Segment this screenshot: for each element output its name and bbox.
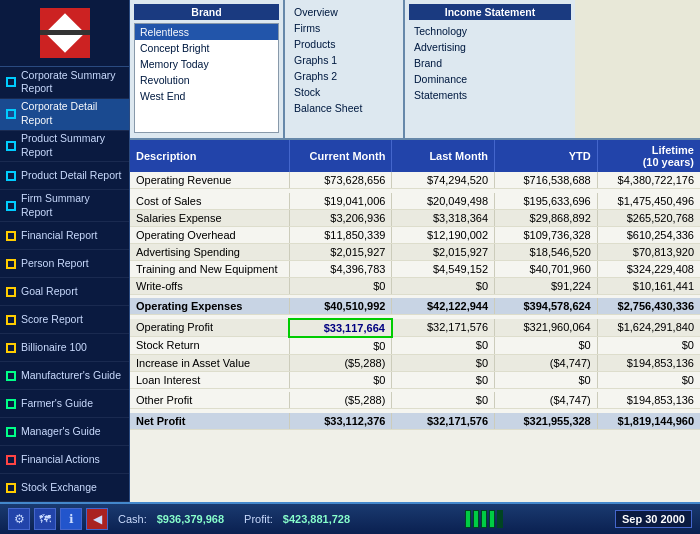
income-item-brand[interactable]: Brand xyxy=(409,55,571,71)
table-row: Other Profit($5,288)$0($4,747)$194,853,1… xyxy=(130,392,700,409)
sidebar-item-financial-report[interactable]: Financial Report xyxy=(0,222,129,250)
brands-panel: Brand Relentless Concept Bright Memory T… xyxy=(130,0,285,138)
info-icon[interactable]: ℹ xyxy=(60,508,82,530)
brand-item-concept-bright[interactable]: Concept Bright xyxy=(135,40,278,56)
brand-item-memory-today[interactable]: Memory Today xyxy=(135,56,278,72)
table-row: Advertising Spending$2,015,927$2,015,927… xyxy=(130,243,700,260)
company-logo-area xyxy=(0,0,129,67)
cell-description: Advertising Spending xyxy=(130,243,289,260)
nav-item-stock[interactable]: Stock xyxy=(289,84,399,100)
cell-last-month: $0 xyxy=(392,354,495,371)
cell-ytd: $18,546,520 xyxy=(495,243,598,260)
sidebar-item-product-summary[interactable]: Product Summary Report xyxy=(0,131,129,163)
table-header-row: Description Current Month Last Month YTD… xyxy=(130,140,700,172)
sidebar-item-stock-exchange[interactable]: Stock Exchange xyxy=(0,474,129,502)
cell-current-month: $3,206,936 xyxy=(289,209,392,226)
cell-lifetime: $324,229,408 xyxy=(597,260,700,277)
cell-description: Net Profit xyxy=(130,413,289,430)
table-row: Stock Return$0$0$0$0 xyxy=(130,337,700,355)
bar-4 xyxy=(489,510,495,528)
brand-item-relentless[interactable]: Relentless xyxy=(135,24,278,40)
cell-last-month: $0 xyxy=(392,277,495,294)
map-icon[interactable]: 🗺 xyxy=(34,508,56,530)
sidebar-item-farmers-guide[interactable]: Farmer's Guide xyxy=(0,390,129,418)
income-item-advertising[interactable]: Advertising xyxy=(409,39,571,55)
sidebar-item-product-detail[interactable]: Product Detail Report xyxy=(0,162,129,190)
main-area: Corporate Summary Report Corporate Detai… xyxy=(0,0,700,502)
nav-item-firms[interactable]: Firms xyxy=(289,20,399,36)
profit-label: Profit: xyxy=(244,513,273,525)
sidebar-item-financial-actions[interactable]: Financial Actions xyxy=(0,446,129,474)
bar-2 xyxy=(473,510,479,528)
nav-item-products[interactable]: Products xyxy=(289,36,399,52)
sidebar-item-person-report[interactable]: Person Report xyxy=(0,250,129,278)
income-item-technology[interactable]: Technology xyxy=(409,23,571,39)
cell-last-month: $4,549,152 xyxy=(392,260,495,277)
sidebar-item-score-report[interactable]: Score Report xyxy=(0,306,129,334)
income-item-statements[interactable]: Statements xyxy=(409,87,571,103)
table-row: Increase in Asset Value($5,288)$0($4,747… xyxy=(130,354,700,371)
cell-description: Operating Profit xyxy=(130,319,289,337)
brand-item-revolution[interactable]: Revolution xyxy=(135,72,278,88)
cell-ytd: ($4,747) xyxy=(495,354,598,371)
bar-1 xyxy=(465,510,471,528)
cell-current-month: $11,850,339 xyxy=(289,226,392,243)
cell-lifetime: $4,380,722,176 xyxy=(597,172,700,189)
back-icon[interactable]: ◀ xyxy=(86,508,108,530)
cell-description: Increase in Asset Value xyxy=(130,354,289,371)
cell-current-month: $19,041,006 xyxy=(289,193,392,210)
nav-item-balance-sheet[interactable]: Balance Sheet xyxy=(289,100,399,116)
cell-current-month: $0 xyxy=(289,277,392,294)
cell-lifetime: $0 xyxy=(597,337,700,355)
settings-icon[interactable]: ⚙ xyxy=(8,508,30,530)
bar-5 xyxy=(497,510,503,528)
sidebar-item-firm-summary[interactable]: Firm Summary Report xyxy=(0,190,129,222)
brand-item-west-end[interactable]: West End xyxy=(135,88,278,104)
brands-list[interactable]: Relentless Concept Bright Memory Today R… xyxy=(134,23,279,133)
sidebar-item-manufacturers-guide[interactable]: Manufacturer's Guide xyxy=(0,362,129,390)
cell-current-month: $33,112,376 xyxy=(289,413,392,430)
cell-lifetime: $1,819,144,960 xyxy=(597,413,700,430)
nav-item-graphs1[interactable]: Graphs 1 xyxy=(289,52,399,68)
table-row: Loan Interest$0$0$0$0 xyxy=(130,371,700,388)
date-display: Sep 30 2000 xyxy=(615,510,692,528)
sidebar-item-managers-guide[interactable]: Manager's Guide xyxy=(0,418,129,446)
sidebar-item-corporate-summary[interactable]: Corporate Summary Report xyxy=(0,67,129,99)
sidebar: Corporate Summary Report Corporate Detai… xyxy=(0,0,130,502)
table-row: Cost of Sales$19,041,006$20,049,498$195,… xyxy=(130,193,700,210)
status-bar: ⚙ 🗺 ℹ ◀ Cash: $936,379,968 Profit: $423,… xyxy=(0,502,700,534)
income-item-dominance[interactable]: Dominance xyxy=(409,71,571,87)
cell-ytd: $394,578,624 xyxy=(495,298,598,315)
cell-last-month: $20,049,498 xyxy=(392,193,495,210)
bullet-firm-summary xyxy=(6,201,16,211)
sidebar-item-billionaire-100[interactable]: Billionaire 100 xyxy=(0,334,129,362)
nav-item-overview[interactable]: Overview xyxy=(289,4,399,20)
top-panels: Brand Relentless Concept Bright Memory T… xyxy=(130,0,700,140)
bullet-financial-actions xyxy=(6,455,16,465)
cell-lifetime: $2,756,430,336 xyxy=(597,298,700,315)
cell-last-month: $32,171,576 xyxy=(392,319,495,337)
sidebar-item-goal-report[interactable]: Goal Report xyxy=(0,278,129,306)
content-area: Brand Relentless Concept Bright Memory T… xyxy=(130,0,700,502)
cell-last-month: $0 xyxy=(392,392,495,409)
bullet-goal-report xyxy=(6,287,16,297)
bullet-farmers xyxy=(6,399,16,409)
app-container: Corporate Summary Report Corporate Detai… xyxy=(0,0,700,534)
cell-description: Write-offs xyxy=(130,277,289,294)
cash-label: Cash: xyxy=(118,513,147,525)
cell-current-month: $4,396,783 xyxy=(289,260,392,277)
nav-item-graphs2[interactable]: Graphs 2 xyxy=(289,68,399,84)
table-body: Operating Revenue$73,628,656$74,294,520$… xyxy=(130,172,700,429)
cell-current-month: $33,117,664 xyxy=(289,319,392,337)
cell-ytd: $195,633,696 xyxy=(495,193,598,210)
cell-ytd: $321,955,328 xyxy=(495,413,598,430)
cell-current-month: $2,015,927 xyxy=(289,243,392,260)
table-row: Operating Expenses$40,510,992$42,122,944… xyxy=(130,298,700,315)
cell-ytd: $29,868,892 xyxy=(495,209,598,226)
cell-lifetime: $70,813,920 xyxy=(597,243,700,260)
sidebar-item-corporate-detail[interactable]: Corporate Detail Report xyxy=(0,99,129,131)
cell-lifetime: $194,853,136 xyxy=(597,392,700,409)
bullet-financial-report xyxy=(6,231,16,241)
bullet-person-report xyxy=(6,259,16,269)
cell-ytd: $0 xyxy=(495,337,598,355)
